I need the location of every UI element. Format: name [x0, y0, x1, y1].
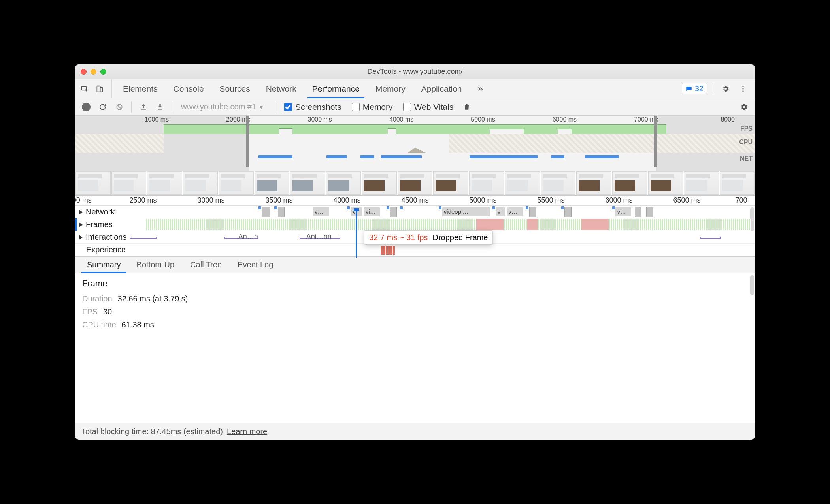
network-item[interactable]: v…: [507, 207, 523, 216]
inspect-element-icon[interactable]: [77, 82, 92, 96]
summary-row-cputime: CPU time 61.38 ms: [82, 320, 748, 329]
interaction-item[interactable]: Ani…on: [306, 233, 332, 241]
memory-checkbox[interactable]: Memory: [348, 102, 397, 112]
ruler-tick: 3000 ms: [197, 196, 224, 205]
performance-toolbar: www.youtube.com #1 ▼ Screenshots Memory …: [75, 98, 755, 116]
save-profile-icon[interactable]: [153, 100, 167, 114]
tab-elements[interactable]: Elements: [115, 79, 166, 98]
recording-select[interactable]: www.youtube.com #1 ▼: [177, 102, 270, 111]
kebab-menu-icon[interactable]: [736, 82, 750, 96]
separator: [172, 102, 172, 113]
screenshot-thumb[interactable]: [326, 171, 361, 195]
capture-settings-icon[interactable]: [737, 100, 751, 114]
experience-bars[interactable]: [381, 246, 395, 255]
total-blocking-time: Total blocking time: 87.45ms (estimated): [81, 427, 223, 436]
webvitals-checkbox[interactable]: Web Vitals: [399, 102, 458, 112]
disclosure-triangle-icon[interactable]: [79, 235, 83, 240]
screenshot-thumb[interactable]: [362, 171, 397, 195]
dropped-frame-segment[interactable]: [476, 219, 504, 230]
overview-strip[interactable]: 1000 ms 2000 ms 3000 ms 4000 ms 5000 ms …: [75, 116, 755, 171]
screenshot-thumb[interactable]: [75, 171, 111, 195]
learn-more-link[interactable]: Learn more: [227, 427, 267, 436]
tab-call-tree[interactable]: Call Tree: [182, 257, 230, 273]
lane-network[interactable]: Network v… vi vi… videopl… v v…: [75, 206, 755, 218]
kv-value: 61.38 ms: [122, 320, 154, 329]
screenshot-thumb[interactable]: [219, 171, 254, 195]
lane-label-fps: FPS: [740, 125, 753, 132]
lane-label-cpu: CPU: [739, 139, 753, 146]
tab-application[interactable]: Application: [413, 79, 470, 98]
disclosure-triangle-icon[interactable]: [79, 210, 83, 214]
device-toolbar-icon[interactable]: [92, 82, 107, 96]
screenshot-thumb[interactable]: [469, 171, 504, 195]
screenshot-thumb[interactable]: [290, 171, 325, 195]
disclosure-triangle-icon[interactable]: [79, 222, 83, 227]
ruler-tick: 5500 ms: [537, 196, 564, 205]
clear-button[interactable]: [112, 100, 126, 114]
titlebar: DevTools - www.youtube.com/: [75, 64, 755, 79]
record-button[interactable]: [79, 100, 93, 114]
screenshot-thumb[interactable]: [147, 171, 182, 195]
screenshot-thumb[interactable]: [183, 171, 218, 195]
summary-pane: Frame Duration 32.66 ms (at 3.79 s) FPS …: [75, 273, 755, 423]
dropped-frame-segment[interactable]: [527, 219, 538, 230]
network-item[interactable]: v…: [615, 207, 631, 216]
checkbox-input[interactable]: [352, 103, 360, 111]
console-messages-badge[interactable]: 32: [682, 83, 707, 94]
reload-record-button[interactable]: [96, 100, 110, 114]
tab-performance[interactable]: Performance: [304, 79, 368, 98]
tab-sources[interactable]: Sources: [212, 79, 258, 98]
tab-network[interactable]: Network: [258, 79, 304, 98]
screenshot-thumb[interactable]: [684, 171, 719, 195]
screenshot-thumb[interactable]: [720, 171, 755, 195]
dropped-frame-segment[interactable]: [581, 219, 609, 230]
network-item[interactable]: vi…: [364, 207, 380, 216]
fps-lane: [75, 124, 755, 134]
ruler-tick: 5000 ms: [471, 116, 495, 123]
screenshot-thumb[interactable]: [111, 171, 147, 195]
screenshot-thumb[interactable]: [541, 171, 576, 195]
tab-overflow[interactable]: »: [470, 79, 490, 98]
network-item[interactable]: videopl…: [442, 207, 490, 216]
checkbox-input[interactable]: [284, 103, 292, 111]
detail-ruler[interactable]: 00 ms 2500 ms 3000 ms 3500 ms 4000 ms 45…: [75, 196, 755, 206]
settings-icon[interactable]: [719, 82, 733, 96]
ruler-tick: 3000 ms: [308, 116, 332, 123]
overview-handle-right[interactable]: [654, 116, 657, 167]
console-messages-count: 32: [695, 84, 704, 93]
lane-experience[interactable]: Experience: [75, 244, 755, 256]
kv-key: CPU time: [82, 320, 116, 329]
load-profile-icon[interactable]: [136, 100, 151, 114]
overview-handle-left[interactable]: [246, 116, 249, 167]
screenshots-checkbox[interactable]: Screenshots: [280, 102, 345, 112]
ruler-tick: 5000 ms: [469, 196, 496, 205]
svg-rect-1: [97, 86, 100, 92]
network-item[interactable]: v…: [313, 207, 329, 216]
interaction-item[interactable]: An…n: [238, 233, 258, 241]
network-item[interactable]: v: [496, 207, 505, 216]
playhead[interactable]: [356, 208, 357, 258]
filmstrip[interactable]: [75, 171, 755, 196]
tab-console[interactable]: Console: [166, 79, 212, 98]
screenshot-thumb[interactable]: [433, 171, 468, 195]
screenshot-thumb[interactable]: [612, 171, 647, 195]
checkbox-input[interactable]: [403, 103, 411, 111]
screenshot-thumb[interactable]: [576, 171, 611, 195]
tooltip-timing: 32.7 ms ~ 31 fps: [369, 233, 428, 242]
tab-bottom-up[interactable]: Bottom-Up: [129, 257, 183, 273]
tab-memory[interactable]: Memory: [368, 79, 413, 98]
screenshot-thumb[interactable]: [255, 171, 290, 195]
screenshot-thumb[interactable]: [505, 171, 540, 195]
scrollbar[interactable]: [750, 275, 754, 295]
lane-frames[interactable]: Frames 32.7 ms ~ 31 fps Dropped Frame: [75, 218, 755, 231]
tab-summary[interactable]: Summary: [79, 257, 129, 273]
summary-row-duration: Duration 32.66 ms (at 3.79 s): [82, 294, 748, 303]
flamechart-lanes: Network v… vi vi… videopl… v v…: [75, 206, 755, 256]
tab-event-log[interactable]: Event Log: [230, 257, 281, 273]
screenshot-thumb[interactable]: [648, 171, 683, 195]
delete-profile-icon[interactable]: [460, 100, 474, 114]
summary-heading: Frame: [82, 278, 748, 289]
svg-rect-2: [100, 87, 103, 92]
screenshot-thumb[interactable]: [398, 171, 433, 195]
kv-key: FPS: [82, 307, 98, 316]
